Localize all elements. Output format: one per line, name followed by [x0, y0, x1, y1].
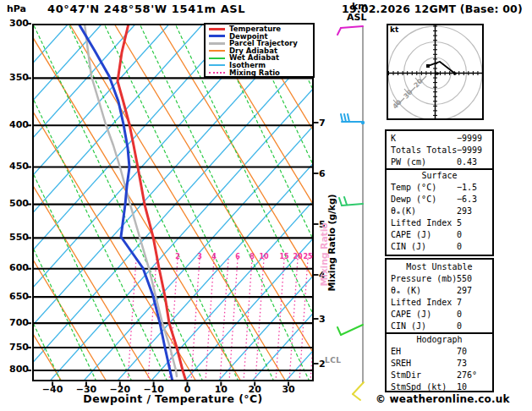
table-row-label: Temp (°C)	[391, 182, 457, 194]
legend-sample-line	[209, 58, 225, 59]
table-row-label: SREH	[391, 358, 457, 370]
km-label-7: 7	[319, 118, 326, 129]
table-row-label: Totals Totals	[391, 145, 457, 156]
mixing-ratio-label-25: 25	[300, 253, 315, 260]
pressure-label-350: 350	[2, 72, 29, 83]
table-row-value: 7	[457, 297, 462, 309]
legend-sample-line	[209, 28, 225, 30]
table-row-sreh: SREH73	[387, 358, 492, 370]
pressure-label-800: 800	[2, 364, 29, 375]
legend-sample-line	[209, 35, 225, 37]
table-row-stmspd-kt-: StmSpd (kt)10	[387, 381, 492, 393]
wind-barb-column	[337, 26, 365, 400]
table-row-value: −9999	[457, 145, 482, 156]
table-row-label: PW (cm)	[391, 156, 457, 168]
km-label-3: 3	[319, 314, 326, 325]
unstable-hodograph-table: Most UnstablePressure (mb)550θₑ (K)297Li…	[385, 258, 494, 392]
hodograph-unit-label: kt	[390, 25, 398, 34]
table-row-label: K	[391, 133, 457, 145]
table-row-k: K−9999	[387, 133, 492, 145]
table-row-label: CAPE (J)	[391, 309, 457, 321]
legend-sample-line	[209, 42, 225, 45]
table-row-lifted-index: Lifted Index5	[387, 217, 492, 229]
table-row-label: CIN (J)	[391, 321, 457, 332]
table-row-value: 5	[457, 217, 462, 229]
pressure-label-750: 750	[2, 342, 29, 353]
table-row--k-: θₑ(K)293	[387, 206, 492, 217]
table-row-label: EH	[391, 346, 457, 358]
legend-sample-line	[209, 72, 225, 74]
skewt-sounding-page: hPa 40°47'N 248°58'W 1541m ASL 19.02.202…	[0, 0, 532, 411]
table-row-eh: EH70	[387, 346, 492, 358]
table-row-label: Pressure (mb)	[391, 273, 457, 285]
table-row-value: 70	[457, 346, 467, 358]
table-row-label: Lifted Index	[391, 217, 457, 229]
km-label-6: 6	[319, 168, 326, 179]
table-row-totals-totals: Totals Totals−9999	[387, 145, 492, 156]
table-row-value: 0.43	[457, 156, 477, 168]
table-row-value: 0	[457, 309, 462, 321]
station-title: 40°47'N 248°58'W 1541m ASL	[47, 3, 245, 15]
table-row-value: 0	[457, 241, 462, 253]
table-row-stmdir: StmDir276°	[387, 370, 492, 381]
table-row-label: θₑ (K)	[391, 285, 457, 297]
legend-box: TemperatureDewpointParcel TrajectoryDry …	[204, 23, 315, 78]
table-row-value: −1.5	[457, 182, 477, 194]
mixing-ratio-axis-label: Mixing Ratio (g/kg)	[326, 195, 337, 292]
table-row-dewp-c-: Dewp (°C)−6.3	[387, 194, 492, 206]
pressure-label-600: 600	[2, 262, 29, 273]
table-row-pressure-mb-: Pressure (mb)550	[387, 273, 492, 285]
table-section-header: Most Unstable	[387, 261, 492, 273]
lcl-marker-label: LCL	[325, 356, 342, 364]
table-row-value: 293	[457, 206, 472, 217]
table-row-temp-c-: Temp (°C)−1.5	[387, 182, 492, 194]
table-row-label: StmSpd (kt)	[391, 381, 457, 393]
table-row-value: 73	[457, 358, 467, 370]
table-row-value: −9999	[457, 133, 482, 145]
legend-sample-line	[209, 64, 225, 66]
x-axis-title: Dewpoint / Temperature (°C)	[32, 392, 314, 405]
pressure-axis-unit: hPa	[7, 3, 26, 14]
mixing-ratio-label-10: 10	[256, 253, 271, 260]
table-row-lifted-index: Lifted Index7	[387, 297, 492, 309]
table-row-value: 0	[457, 229, 462, 241]
table-section-header: Surface	[387, 168, 492, 182]
table-row-label: CAPE (J)	[391, 229, 457, 241]
pressure-label-550: 550	[2, 232, 29, 243]
mixing-ratio-label-2: 2	[170, 253, 185, 260]
table-row-value: 297	[457, 285, 472, 297]
table-row-label: Dewp (°C)	[391, 194, 457, 206]
altitude-axis-unit-km: km	[352, 1, 368, 12]
table-row-pw-cm-: PW (cm)0.43	[387, 156, 492, 168]
pressure-label-500: 500	[2, 198, 29, 209]
copyright-text: © weatheronline.co.uk	[376, 393, 510, 405]
table-row-value: 276°	[457, 370, 477, 381]
table-row-label: StmDir	[391, 370, 457, 381]
table-row-value: 10	[457, 381, 467, 393]
table-row-label: Lifted Index	[391, 297, 457, 309]
indices-table: K−9999Totals Totals−9999PW (cm)0.43Surfa…	[385, 129, 494, 256]
mixing-ratio-label-6: 6	[230, 253, 245, 260]
pressure-label-300: 300	[2, 18, 29, 29]
table-row-label: CIN (J)	[391, 241, 457, 253]
table-row-label: θₑ(K)	[391, 206, 457, 217]
table-row-cape-j-: CAPE (J)0	[387, 309, 492, 321]
table-row-cape-j-: CAPE (J)0	[387, 229, 492, 241]
table-row-value: 550	[457, 273, 472, 285]
altitude-axis-unit-asl: ASL	[347, 12, 366, 23]
mixing-ratio-label-4: 4	[206, 253, 222, 260]
datetime-title: 19.02.2026 12GMT (Base: 00)	[342, 3, 523, 15]
table-row-value: −6.3	[457, 194, 477, 206]
mixing-ratio-label-3: 3	[192, 253, 207, 260]
table-row-cin-j-: CIN (J)0	[387, 321, 492, 332]
legend-label: Mixing Ratio	[229, 69, 280, 77]
pressure-label-400: 400	[2, 119, 29, 130]
table-row--k-: θₑ (K)297	[387, 285, 492, 297]
pressure-label-450: 450	[2, 161, 29, 172]
legend-sample-line	[209, 50, 225, 52]
table-section-header: Hodograph	[387, 332, 492, 346]
table-row-cin-j-: CIN (J)0	[387, 241, 492, 253]
pressure-label-700: 700	[2, 317, 29, 328]
legend-item-mixing-ratio: Mixing Ratio	[209, 69, 313, 77]
pressure-label-650: 650	[2, 291, 29, 302]
